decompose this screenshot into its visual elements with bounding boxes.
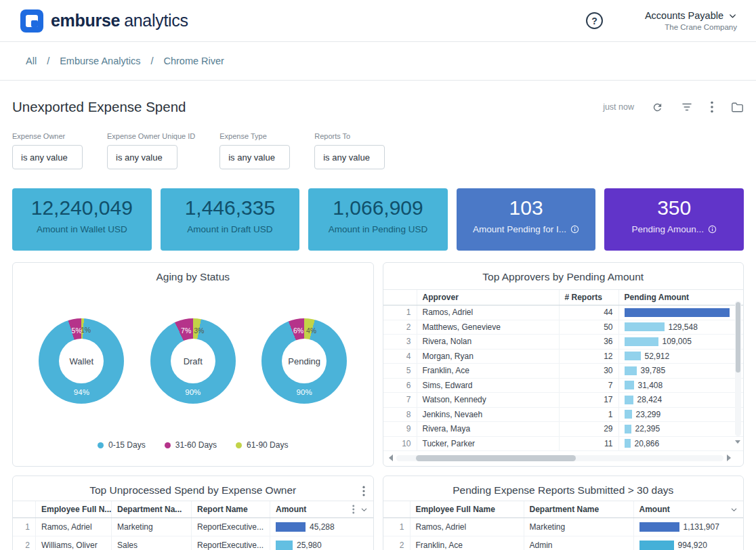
donut-ring[interactable]: Pending6%4%90%	[261, 318, 347, 404]
legend-item[interactable]: 61-90 Days	[236, 440, 288, 450]
info-icon[interactable]	[570, 225, 579, 234]
column-sort-chevron-icon[interactable]	[360, 506, 368, 513]
account-switcher[interactable]: Accounts Payable The Crane Company	[645, 10, 737, 31]
approver-name: Tucker, Parker	[417, 437, 560, 451]
amount-value: 109,005	[663, 337, 692, 346]
filter-value-select[interactable]: is any value	[107, 145, 177, 169]
amount-value: 39,785	[641, 366, 666, 375]
donut-center-label: Wallet	[59, 339, 104, 383]
horizontal-scrollbar[interactable]	[389, 454, 732, 461]
kpi-card[interactable]: 12,240,049Amount in Wallet USD	[12, 188, 152, 251]
column-header-amount[interactable]: Amount	[270, 501, 373, 517]
legend-item[interactable]: 31-60 Days	[165, 440, 217, 450]
column-header-employee-full-n-[interactable]: Employee Full N...	[36, 501, 112, 517]
table-row[interactable]: 6Sims, Edward731,408	[383, 379, 744, 394]
report-count: 44	[560, 305, 619, 320]
scroll-down-arrow-icon[interactable]	[735, 440, 740, 444]
pending-amount-cell: 39,785	[619, 364, 744, 378]
column-header-index	[383, 501, 411, 517]
table-row[interactable]: 2Franklin, AceAdmin994,920	[383, 536, 744, 550]
table-row[interactable]: 4Morgan, Ryan1252,912	[383, 350, 744, 364]
amount-bar	[276, 522, 306, 532]
filter-value-select[interactable]: is any value	[314, 145, 385, 169]
table-row[interactable]: 1Ramos, Adriel44	[383, 305, 744, 320]
table-row[interactable]: 9Rivera, Maya2922,395	[383, 422, 744, 437]
breadcrumb-item[interactable]: Emburse Analytics	[60, 56, 140, 66]
row-index: 9	[383, 422, 417, 436]
amount-bar	[625, 352, 641, 360]
panel-kebab-menu-icon[interactable]	[362, 486, 365, 496]
kebab-menu-icon[interactable]	[711, 101, 713, 113]
breadcrumb-item[interactable]: Chrome River	[163, 56, 224, 66]
breadcrumb-separator: /	[150, 56, 153, 66]
column-header-amount[interactable]: Amount	[634, 501, 744, 517]
bottom-panel-row: Top Unprocessed Spend by Expense Owner E…	[12, 475, 744, 550]
report-count: 29	[560, 422, 619, 436]
kpi-card[interactable]: 350Pending Amoun...	[604, 188, 744, 251]
vertical-scrollbar-thumb[interactable]	[736, 302, 740, 373]
kpi-card[interactable]: 1,446,335Amount in Draft USD	[161, 188, 300, 251]
table-cell: Marketing	[112, 518, 192, 536]
table-cell: Marketing	[524, 518, 634, 536]
filter-value-select[interactable]: is any value	[12, 145, 83, 169]
table-row[interactable]: 8Jenkins, Nevaeh123,299	[383, 408, 744, 423]
scroll-left-arrow-icon[interactable]	[389, 454, 393, 461]
table-row[interactable]: 1Ramos, AdrielMarketingReportExecutive..…	[13, 518, 373, 536]
table-cell: Williams, Oliver	[36, 536, 112, 550]
table-row[interactable]: 7Watson, Kennedy1728,424	[383, 393, 744, 408]
approvers-panel-title: Top Approvers by Pending Amount	[383, 263, 744, 283]
refresh-icon[interactable]	[652, 102, 663, 113]
info-icon[interactable]	[708, 225, 717, 234]
table-row[interactable]: 2Matthews, Genevieve50129,548	[383, 320, 744, 335]
unprocessed-body: 1Ramos, AdrielMarketingReportExecutive..…	[13, 518, 373, 550]
folder-icon[interactable]	[731, 102, 744, 113]
scroll-right-arrow-icon[interactable]	[727, 454, 731, 461]
row-index: 3	[383, 335, 417, 349]
filter-expense-owner-unique-id: Expense Owner Unique IDis any value	[107, 132, 195, 169]
donut-ring[interactable]: Draft7%3%90%	[150, 318, 236, 404]
account-name-row[interactable]: Accounts Payable	[645, 10, 737, 21]
table-row[interactable]: 3Rivera, Nolan36109,005	[383, 335, 744, 350]
table-row[interactable]: 5Franklin, Ace3039,785	[383, 364, 744, 379]
table-row[interactable]: 2Williams, OliverSalesReportExecutive...…	[13, 536, 373, 550]
legend-item[interactable]: 0-15 Days	[98, 440, 146, 450]
middle-panel-row: Aging by Status Wallet5%1%94%Draft7%3%90…	[12, 262, 744, 467]
breadcrumb-item[interactable]: All	[26, 56, 37, 66]
column-header-label: Department Na...	[117, 505, 182, 514]
column-sort-chevron-icon[interactable]	[730, 506, 738, 513]
table-cell: Franklin, Ace	[411, 536, 524, 550]
column-kebab-icon[interactable]	[352, 505, 355, 514]
amount-bar	[639, 541, 674, 550]
filter-value-select[interactable]: is any value	[219, 145, 290, 169]
filter-icon[interactable]	[681, 101, 693, 113]
column-header-employee-full-name[interactable]: Employee Full Name	[411, 501, 524, 517]
column-header-reports[interactable]: # Reports	[560, 290, 619, 305]
amount-value: 1,131,907	[684, 522, 719, 532]
row-index: 4	[383, 350, 417, 364]
table-row[interactable]: 10Tucker, Parker1120,866	[383, 437, 744, 452]
kpi-card[interactable]: 103Amount Pending for I...	[457, 188, 596, 251]
legend-label: 61-90 Days	[247, 440, 288, 450]
column-header-department-name[interactable]: Department Name	[524, 501, 634, 517]
column-header-report-name[interactable]: Report Name	[192, 501, 270, 517]
kpi-card[interactable]: 1,066,909Amount in Pending USD	[308, 188, 448, 251]
donut-chart-pending[interactable]: Pending6%4%90%	[261, 318, 347, 404]
column-header-approver[interactable]: Approver	[417, 290, 560, 305]
kpi-label-text: Amount Pending for I...	[473, 224, 566, 234]
horizontal-scrollbar-track[interactable]	[396, 455, 724, 461]
column-header-pending-amount[interactable]: Pending Amount	[619, 290, 744, 305]
pending-amount-cell: 23,299	[619, 408, 744, 422]
table-cell: ReportExecutive...	[192, 518, 270, 536]
emburse-logo[interactable]: emburseanalytics	[20, 9, 188, 33]
report-count: 30	[560, 364, 619, 378]
table-cell: Admin	[524, 536, 634, 550]
help-icon[interactable]: ?	[586, 12, 603, 29]
donut-ring[interactable]: Wallet5%1%94%	[39, 318, 124, 404]
amount-bar	[276, 541, 293, 550]
donut-chart-wallet[interactable]: Wallet5%1%94%	[39, 318, 124, 404]
table-row[interactable]: 1Ramos, AdrielMarketing1,131,907	[383, 518, 744, 536]
horizontal-scrollbar-thumb[interactable]	[416, 455, 576, 461]
vertical-scrollbar[interactable]	[735, 301, 741, 436]
donut-chart-draft[interactable]: Draft7%3%90%	[150, 318, 236, 404]
column-header-department-na-[interactable]: Department Na...	[112, 501, 192, 517]
